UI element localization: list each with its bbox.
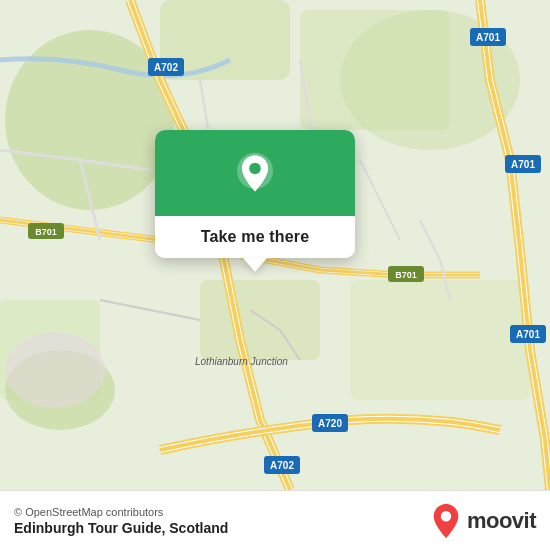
svg-text:B701: B701	[35, 227, 57, 237]
location-pin-icon	[232, 152, 278, 198]
take-me-there-label[interactable]: Take me there	[201, 228, 310, 245]
svg-rect-9	[350, 280, 530, 400]
popup-card-bottom[interactable]: Take me there	[155, 216, 355, 258]
moovit-logo: moovit	[431, 503, 536, 539]
svg-text:A720: A720	[318, 418, 342, 429]
svg-text:A701: A701	[476, 32, 500, 43]
map-attribution: © OpenStreetMap contributors	[14, 506, 228, 518]
svg-point-7	[5, 332, 105, 408]
svg-point-29	[441, 511, 451, 521]
bottom-bar: © OpenStreetMap contributors Edinburgh T…	[0, 490, 550, 550]
svg-text:A701: A701	[516, 329, 540, 340]
bottom-left: © OpenStreetMap contributors Edinburgh T…	[14, 506, 228, 536]
svg-text:Lothianburn Junction: Lothianburn Junction	[195, 356, 288, 367]
app-title: Edinburgh Tour Guide, Scotland	[14, 520, 228, 536]
svg-text:B701: B701	[395, 270, 417, 280]
svg-text:A701: A701	[511, 159, 535, 170]
popup-card-header	[155, 130, 355, 216]
map-container: A702 A701 A701 A701 B701 B701 A720 A702 …	[0, 0, 550, 490]
svg-rect-8	[200, 280, 320, 360]
svg-text:A702: A702	[154, 62, 178, 73]
moovit-text: moovit	[467, 508, 536, 534]
popup-arrow	[243, 258, 267, 272]
svg-point-28	[249, 163, 261, 175]
popup-card[interactable]: Take me there	[155, 130, 355, 258]
svg-text:A702: A702	[270, 460, 294, 471]
moovit-icon	[431, 503, 461, 539]
